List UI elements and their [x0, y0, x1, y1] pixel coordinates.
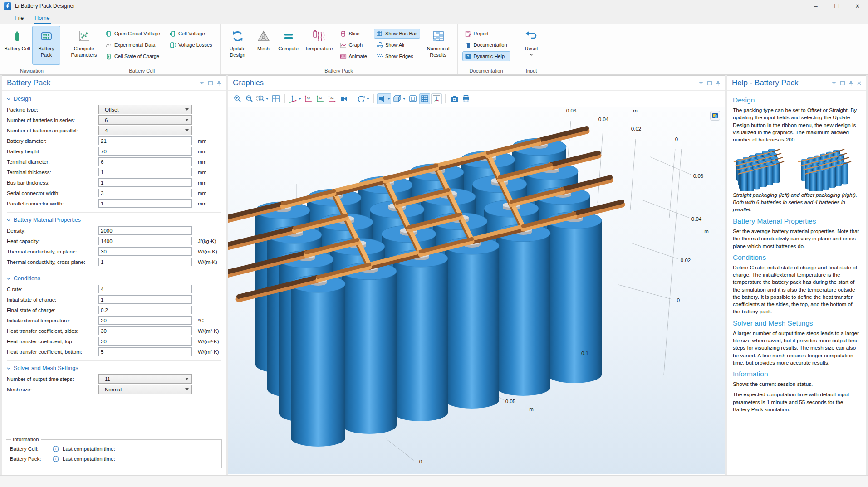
thermal-conductivity-cross-plane-input[interactable] — [98, 258, 192, 266]
mesh-button[interactable]: Mesh — [253, 26, 275, 65]
help-material-text: Set the average battery material propert… — [733, 228, 860, 250]
cell-state-of-charge-button[interactable]: Cell State of Charge — [103, 51, 163, 61]
chevron-down-icon — [7, 219, 10, 221]
update-design-button[interactable]: Update Design — [224, 26, 252, 65]
terminal-diameter-input[interactable] — [98, 157, 192, 166]
parallel-connector-width-input[interactable] — [98, 199, 192, 208]
material-section-header[interactable]: Battery Material Properties — [7, 217, 221, 223]
view-cube-button[interactable] — [407, 93, 418, 104]
packing-type-select[interactable]: Offset — [98, 105, 192, 114]
panel-collapse-icon[interactable] — [200, 82, 204, 84]
heat-capacity-input[interactable] — [98, 237, 192, 245]
compute-button[interactable]: Compute — [275, 26, 302, 65]
axis-tick-label: 0.04 — [691, 216, 701, 222]
default-3d-view-icon — [289, 95, 297, 103]
transparency-button[interactable] — [392, 93, 407, 104]
report-button[interactable]: Report — [462, 29, 510, 39]
panel-float-icon[interactable] — [707, 81, 712, 85]
information-box: Information Battery Cell: i Last computa… — [6, 437, 222, 468]
help-panel: Help - Battery Pack Design The packing t… — [727, 75, 866, 475]
temperature-button[interactable]: Temperature — [303, 26, 335, 65]
minimize-button[interactable]: – — [805, 0, 826, 12]
graphics-3d-canvas[interactable]: 0.060.040.020m0.060.04m0.0200.10.05m0 — [228, 107, 725, 474]
numerical-results-button[interactable]: Numerical Results — [422, 26, 454, 65]
menu-file[interactable]: File — [9, 13, 29, 24]
c-rate-input[interactable] — [98, 285, 192, 293]
cell-voltage-button[interactable]: Cell Voltage — [167, 29, 216, 39]
thermal-conductivity-in-plane-input[interactable] — [98, 247, 192, 256]
panel-pin-icon[interactable] — [849, 81, 853, 86]
output-time-steps-select[interactable]: 11 — [98, 374, 192, 384]
serial-connector-width-input[interactable] — [98, 189, 192, 197]
battery-diameter-input[interactable] — [98, 136, 192, 145]
design-section-header[interactable]: Design — [7, 96, 221, 102]
slice-button[interactable]: Slice — [338, 29, 370, 39]
graph-button[interactable]: Graph — [338, 40, 370, 50]
go-to-yz-view-button[interactable]: yz — [315, 93, 326, 104]
battery-pack-button[interactable]: Battery Pack — [32, 26, 60, 65]
go-to-xy-view-button[interactable]: xy — [303, 93, 314, 104]
panel-pin-icon[interactable] — [716, 81, 720, 86]
slice-icon — [340, 30, 347, 37]
design-section: Design Packing type: Offset Number of ba… — [7, 96, 221, 208]
rotate-button[interactable] — [356, 93, 370, 104]
voltage-losses-button[interactable]: Voltage Losses — [167, 40, 216, 50]
initial-state-of-charge-input[interactable] — [98, 295, 192, 304]
show-bus-bar-toggle[interactable]: Show Bus Bar — [374, 29, 420, 39]
battery-cell-icon — [10, 29, 24, 43]
zoom-extents-button[interactable] — [270, 93, 281, 104]
heat-transfer-sides-input[interactable] — [98, 326, 192, 335]
transparency-icon — [393, 95, 402, 102]
mesh-size-select[interactable]: Normal — [98, 385, 192, 394]
comsol-logo-button[interactable] — [710, 111, 720, 121]
compute-parameters-button[interactable]: Compute Parameters — [67, 26, 101, 65]
show-axis-orientation-toggle[interactable] — [431, 93, 442, 104]
print-button[interactable] — [461, 93, 471, 104]
chevron-down-icon — [299, 98, 301, 100]
batteries-in-parallel-select[interactable]: 4 — [98, 126, 192, 135]
image-snapshot-button[interactable] — [449, 93, 460, 104]
panel-collapse-icon[interactable] — [832, 82, 836, 84]
solver-section-header[interactable]: Solver and Mesh Settings — [7, 365, 221, 371]
maximize-button[interactable]: ☐ — [826, 0, 847, 12]
open-circuit-voltage-button[interactable]: Open Circuit Voltage — [103, 29, 163, 39]
orthographic-projection-button[interactable] — [338, 93, 349, 104]
documentation-button[interactable]: Documentation — [462, 40, 510, 50]
help-design-text: The packing type can be set to Offset or… — [733, 107, 860, 143]
show-grid-toggle[interactable] — [419, 93, 430, 104]
zoom-out-button[interactable] — [244, 93, 255, 104]
terminal-thickness-input[interactable] — [98, 168, 192, 176]
animate-button[interactable]: Animate — [338, 51, 370, 61]
close-button[interactable]: ✕ — [847, 0, 868, 12]
go-to-xz-view-button[interactable]: xz — [327, 93, 338, 104]
battery-cell-button[interactable]: Battery Cell — [3, 26, 31, 65]
panel-float-icon[interactable] — [208, 81, 213, 85]
initial-external-temperature-input[interactable] — [98, 316, 192, 325]
dynamic-help-toggle[interactable]: ? Dynamic Help — [462, 51, 510, 61]
show-air-toggle[interactable]: Show Air — [374, 40, 420, 50]
show-edges-toggle[interactable]: Show Edges — [374, 51, 420, 61]
panel-pin-icon[interactable] — [217, 81, 221, 86]
experimental-data-button[interactable]: Experimental Data — [103, 40, 163, 50]
default-3d-view-button[interactable] — [288, 93, 302, 104]
scene-light-toggle[interactable] — [377, 93, 391, 104]
density-input[interactable] — [98, 226, 192, 235]
panel-collapse-icon[interactable] — [699, 82, 703, 84]
final-state-of-charge-input[interactable] — [98, 306, 192, 314]
reset-button[interactable]: Reset — [519, 26, 544, 65]
heat-transfer-bottom-input[interactable] — [98, 347, 192, 356]
panel-close-icon[interactable] — [857, 81, 861, 85]
battery-pack-icon — [39, 29, 53, 43]
zoom-in-button[interactable] — [232, 93, 243, 104]
batteries-in-series-select[interactable]: 6 — [98, 115, 192, 125]
menu-home[interactable]: Home — [29, 13, 55, 24]
battery-height-input[interactable] — [98, 147, 192, 156]
conditions-section-header[interactable]: Conditions — [7, 275, 221, 282]
numerical-results-icon — [432, 29, 445, 43]
heat-transfer-top-input[interactable] — [98, 337, 192, 346]
zoom-box-button[interactable] — [255, 93, 270, 104]
bus-bar-thickness-input[interactable] — [98, 178, 192, 187]
help-information-text-2: The expected computation time with defau… — [733, 391, 860, 413]
panel-float-icon[interactable] — [840, 81, 845, 85]
svg-text:i: i — [55, 457, 57, 461]
